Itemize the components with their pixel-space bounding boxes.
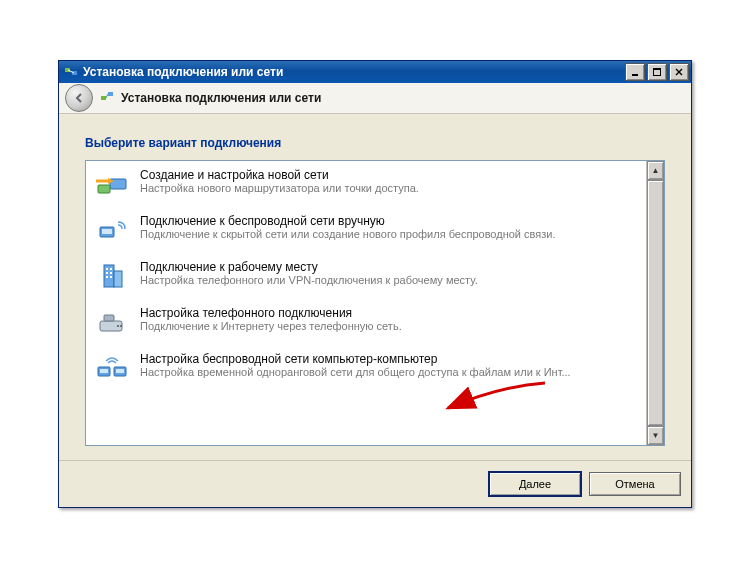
router-icon [94, 168, 130, 200]
minimize-button[interactable] [625, 63, 645, 81]
option-desc: Настройка нового маршрутизатора или точк… [140, 182, 636, 195]
svg-rect-14 [106, 268, 108, 270]
svg-rect-21 [104, 315, 114, 321]
svg-rect-0 [65, 68, 70, 72]
option-desc: Подключение к скрытой сети или создание … [140, 228, 636, 241]
content-area: Выберите вариант подключения Создание и … [59, 114, 691, 460]
app-icon [63, 64, 79, 80]
svg-rect-27 [116, 369, 124, 373]
back-button[interactable] [65, 84, 93, 112]
header-row: Установка подключения или сети [59, 83, 691, 114]
option-title: Настройка телефонного подключения [140, 306, 636, 320]
svg-rect-11 [102, 229, 112, 234]
svg-rect-12 [104, 265, 114, 287]
options-listbox: Создание и настройка новой сети Настройк… [85, 160, 665, 446]
cancel-button[interactable]: Отмена [589, 472, 681, 496]
svg-rect-16 [106, 272, 108, 274]
svg-rect-26 [100, 369, 108, 373]
option-workplace[interactable]: Подключение к рабочему месту Настройка т… [86, 253, 646, 299]
option-title: Подключение к беспроводной сети вручную [140, 214, 636, 228]
options-list-inner: Создание и настройка новой сети Настройк… [86, 161, 646, 445]
option-desc: Настройка телефонного или VPN-подключени… [140, 274, 636, 287]
scrollbar[interactable]: ▲ ▼ [646, 161, 664, 445]
option-desc: Настройка временной одноранговой сети дл… [140, 366, 636, 379]
option-title: Настройка беспроводной сети компьютер-ко… [140, 352, 636, 366]
scroll-down-button[interactable]: ▼ [647, 426, 664, 445]
maximize-button[interactable] [647, 63, 667, 81]
dialog-window: Установка подключения или сети Установка… [58, 60, 692, 508]
building-icon [94, 260, 130, 292]
adhoc-icon [94, 352, 130, 384]
svg-rect-18 [106, 276, 108, 278]
svg-rect-5 [101, 96, 106, 100]
next-button-label: Далее [519, 478, 551, 490]
option-manual-wireless[interactable]: Подключение к беспроводной сети вручную … [86, 207, 646, 253]
header-wizard-icon [99, 89, 115, 108]
svg-rect-19 [110, 276, 112, 278]
svg-rect-6 [108, 92, 113, 96]
window-title: Установка подключения или сети [83, 65, 625, 79]
scroll-up-button[interactable]: ▲ [647, 161, 664, 180]
svg-rect-15 [110, 268, 112, 270]
svg-point-23 [120, 325, 122, 327]
option-create-network[interactable]: Создание и настройка новой сети Настройк… [86, 161, 646, 207]
window-controls [625, 63, 691, 81]
header-title: Установка подключения или сети [121, 91, 321, 105]
cancel-button-label: Отмена [615, 478, 654, 490]
option-title: Создание и настройка новой сети [140, 168, 636, 182]
button-row: Далее Отмена [59, 460, 691, 507]
svg-point-22 [117, 325, 119, 327]
section-heading: Выберите вариант подключения [85, 136, 665, 150]
wireless-icon [94, 214, 130, 246]
phone-modem-icon [94, 306, 130, 338]
option-dialup[interactable]: Настройка телефонного подключения Подклю… [86, 299, 646, 345]
svg-rect-1 [72, 71, 77, 75]
svg-rect-2 [632, 74, 638, 76]
close-button[interactable] [669, 63, 689, 81]
svg-rect-13 [114, 271, 122, 287]
svg-rect-4 [653, 68, 661, 70]
option-title: Подключение к рабочему месту [140, 260, 636, 274]
option-desc: Подключение к Интернету через телефонную… [140, 320, 636, 333]
option-adhoc-wireless[interactable]: Настройка беспроводной сети компьютер-ко… [86, 345, 646, 391]
svg-rect-17 [110, 272, 112, 274]
scroll-track[interactable] [647, 180, 664, 426]
svg-rect-8 [98, 185, 110, 193]
titlebar: Установка подключения или сети [59, 61, 691, 83]
scroll-thumb[interactable] [647, 180, 664, 426]
next-button[interactable]: Далее [489, 472, 581, 496]
